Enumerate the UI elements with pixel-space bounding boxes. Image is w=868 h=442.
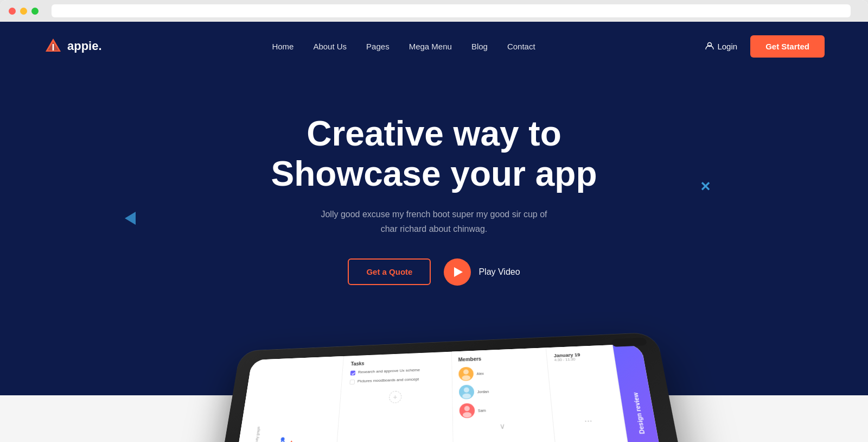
user-icon <box>705 42 714 50</box>
play-icon <box>454 267 463 277</box>
member-name-2: Jordan <box>477 389 489 393</box>
task-checkbox-1 <box>350 370 355 375</box>
navbar-right: Login Get Started <box>705 35 825 58</box>
phone-body: Productivity graph <box>213 332 692 442</box>
navbar: appie. Home About Us Pages Mega Menu Blo… <box>0 22 868 71</box>
members-title: Members <box>458 353 540 362</box>
minimize-button[interactable] <box>20 8 27 15</box>
login-label: Login <box>717 42 737 51</box>
graph-area: $5 <box>240 414 331 442</box>
member-name-1: Alex <box>476 371 484 375</box>
task-label-1: Research and approve Ux scheme <box>358 368 420 374</box>
get-started-button[interactable]: Get Started <box>750 35 825 58</box>
tasks-title: Tasks <box>350 357 443 366</box>
hero-cta: Get a Quote Play Video <box>348 258 520 286</box>
dots-icon: • • • <box>560 418 617 423</box>
volume-up-button <box>662 362 669 383</box>
nav-blog[interactable]: Blog <box>471 42 488 51</box>
close-button[interactable] <box>9 8 16 15</box>
play-circle[interactable] <box>444 258 471 286</box>
member-1: Alex <box>458 364 542 381</box>
screen-content: Productivity graph <box>230 344 669 442</box>
task-item-2: Pictures moodboards and concept <box>349 376 443 384</box>
nav-mega[interactable]: Mega Menu <box>409 42 452 51</box>
svg-point-13 <box>464 406 469 411</box>
graph-svg: $5 <box>240 414 331 442</box>
members-panel: Members Alex <box>452 348 561 442</box>
logo-group: appie. <box>43 36 102 56</box>
phone-mockup: Productivity graph <box>212 334 656 442</box>
hero-title: Creative way to Showcase your app <box>271 114 597 194</box>
task-item-1: Research and approve Ux scheme <box>350 367 443 375</box>
nav-home[interactable]: Home <box>272 42 293 51</box>
svg-point-9 <box>463 369 469 374</box>
url-bar[interactable] <box>52 4 851 17</box>
volume-down-button <box>667 389 674 411</box>
date-info: January 19 4:30 - 11:30 <box>553 351 607 361</box>
phone-section: Productivity graph <box>0 313 868 442</box>
add-task-group: + <box>348 389 443 404</box>
svg-line-4 <box>251 425 258 442</box>
productivity-graph-panel: Productivity graph <box>230 356 343 442</box>
get-quote-button[interactable]: Get a Quote <box>348 258 431 285</box>
member-name-3: Sam <box>478 408 486 412</box>
cross-decoration: ✕ <box>700 179 711 194</box>
member-avatar-3 <box>459 403 475 418</box>
hero-subtitle: Jolly good excuse my french boot super m… <box>320 207 548 236</box>
play-video-group[interactable]: Play Video <box>444 258 520 286</box>
maximize-button[interactable] <box>31 8 39 15</box>
phone-notch <box>611 337 647 346</box>
login-button[interactable]: Login <box>705 42 737 51</box>
hero-section: ✕ Creative way to Showcase your app Joll… <box>0 71 868 442</box>
nav-contact[interactable]: Contact <box>507 42 535 51</box>
nav-links: Home About Us Pages Mega Menu Blog Conta… <box>272 42 535 51</box>
nav-about[interactable]: About Us <box>313 42 347 51</box>
member-avatar-1 <box>458 367 474 381</box>
member-avatar-2 <box>459 384 475 399</box>
svg-point-11 <box>464 387 469 393</box>
design-review-title: Design review <box>631 392 646 434</box>
tasks-panel: Tasks Research and approve Ux scheme <box>333 351 454 442</box>
logo-text: appie. <box>67 39 102 53</box>
page-wrapper: appie. Home About Us Pages Mega Menu Blo… <box>0 22 868 442</box>
chevron-down-icon: ∨ <box>459 421 547 431</box>
mac-titlebar <box>0 0 868 22</box>
mac-window: appie. Home About Us Pages Mega Menu Blo… <box>0 0 868 442</box>
phone-screen: Productivity graph <box>230 344 669 442</box>
task-checkbox-2 <box>349 380 355 384</box>
logo-icon <box>43 36 63 56</box>
add-task-button[interactable]: + <box>389 390 402 403</box>
member-3: Sam <box>459 401 545 418</box>
play-label: Play Video <box>478 267 520 277</box>
nav-pages[interactable]: Pages <box>366 42 390 51</box>
member-2: Jordan <box>459 382 544 399</box>
triangle-decoration <box>125 212 136 225</box>
svg-point-10 <box>462 375 470 381</box>
task-label-2: Pictures moodboards and concept <box>358 377 419 383</box>
svg-point-14 <box>463 412 471 418</box>
svg-point-12 <box>462 393 471 399</box>
